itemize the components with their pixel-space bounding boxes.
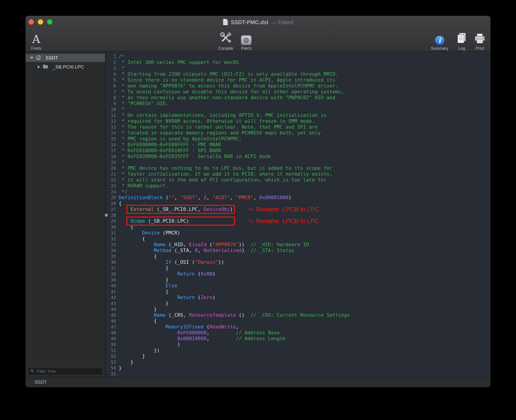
line-number: 55 [106,371,116,377]
code-line[interactable]: 37 { [106,265,490,271]
line-number: 38 [106,271,116,277]
disclosure-closed-icon[interactable] [38,65,40,69]
code-line[interactable]: 31 Device (PMCR) [106,230,490,236]
code-line[interactable]: 26{ [106,201,490,206]
line-number: 49 [106,336,116,342]
minimize-button[interactable] [38,19,43,25]
code-line[interactable]: 32 { [106,236,490,242]
code-line[interactable]: 43 } [106,300,490,306]
close-button[interactable] [29,19,34,25]
code-line[interactable]: 21 * faster initialisation. If we add it… [106,171,490,177]
code-line[interactable]: 12 * required for NVRAM access. Otherwis… [106,118,490,124]
code-line[interactable]: 51 }) [106,347,490,353]
code-line[interactable]: 14 * located in separate memory regions … [106,130,490,136]
status-text: SSDT [35,380,46,385]
line-number: 45 [106,312,116,318]
line-number: 22 [106,177,116,183]
document-title: SSDT-PMC.dsl [231,19,268,26]
window-header: SSDT-PMC.dsl — Edited A Fonts Com [26,16,490,51]
code-line[interactable]: 39 } [106,277,490,283]
line-number: 47 [106,324,116,330]
line-number: 27 [106,206,116,212]
filter-tree-field[interactable] [28,368,103,375]
fonts-button[interactable]: A Fonts [31,28,41,51]
code-line[interactable]: 2 * Intel 300-series PMC support for mac… [106,60,490,65]
code-line[interactable]: 4 * Starting from Z390 chipsets PMC (D31… [106,71,490,77]
code-line[interactable]: 11 * On certain implementations, includi… [106,112,490,118]
line-number: 18 [106,153,116,159]
code-line[interactable]: 5 * Since there is no standard device fo… [106,77,490,83]
code-line[interactable]: 22 * it will start in the end of PCI con… [106,177,490,183]
code-line[interactable]: 18 * 0xFE020000~0xFE035FFF - SerialIo BA… [106,153,490,159]
code-line[interactable]: 47 Memory32Fixed (ReadWrite, [106,324,490,330]
code-line[interactable]: 19 * [106,159,490,165]
code-line[interactable]: 52 } [106,353,490,359]
code-line[interactable]: 20 * PMC device has nothing to do to LPC… [106,165,490,171]
line-number: 41 [106,289,116,294]
rename-annotation: <- Rename LPCB to LPC [249,218,319,225]
tree-item-sb-pci0-lpc[interactable]: _SB.PCI0.LPC [26,63,105,71]
code-line[interactable]: 41 { [106,289,490,294]
code-line[interactable]: 24 */ [106,189,490,195]
code-line[interactable]: 28 [106,212,490,218]
line-number: 39 [106,277,116,283]
code-line[interactable]: 23 * NVRAM support. [106,183,490,189]
line-number: 44 [106,306,116,312]
compile-button[interactable]: Compile [218,28,233,51]
line-number: 11 [106,112,116,118]
code-line[interactable]: 36 If (_OSI ("Darwin")) [106,259,490,265]
code-line[interactable]: 30 { [106,224,490,230]
code-line[interactable]: 3 * [106,65,490,71]
gutter-marker-dot [105,214,108,217]
line-number: 1 [106,53,116,60]
code-line[interactable]: 46 { [106,318,490,324]
line-number: 48 [106,330,116,336]
log-button[interactable]: Log [456,28,467,51]
summary-button[interactable]: i Summary [431,28,448,51]
code-line[interactable]: 25DefinitionBlock ("", "SSDT", 2, "ACDT"… [106,195,490,201]
code-line[interactable]: 7 * To avoid confusion we disable this d… [106,89,490,95]
rename-annotation: <- Rename LPCB to LPC [249,206,319,213]
log-pages-icon [456,32,467,45]
line-number: 6 [106,83,116,89]
line-number: 26 [106,201,116,206]
code-line[interactable]: 45 Name (_CRS, ResourceTemplate () // _C… [106,312,490,318]
code-line[interactable]: 9 * "PCHRESV" UID. [106,101,490,106]
code-line[interactable]: 33 Name (_HID, EisaId ("APP9876")) // _H… [106,242,490,248]
code-line[interactable]: 49 0x00010000, // Address Length [106,336,490,342]
line-number: 16 [106,142,116,148]
tree-item-ssdt[interactable]: SSDT [26,54,105,62]
code-line[interactable]: 1/* [106,53,490,60]
print-button[interactable]: Print [474,28,486,51]
code-area: 1/*2 * Intel 300-series PMC support for … [106,51,490,377]
patch-button[interactable]: ⚙ Patch [241,28,251,51]
code-line[interactable]: 13 * The reason for this is rather uncle… [106,124,490,130]
code-line[interactable]: 10 * [106,106,490,112]
desktop-background: SSDT-PMC.dsl — Edited A Fonts Com [0,0,516,420]
code-line[interactable]: 48 0xFE000000, // Address Base [106,330,490,336]
line-number: 50 [106,342,116,347]
disclosure-open-icon[interactable] [30,57,33,59]
line-number: 29 [106,218,116,224]
source-editor[interactable]: 1/*2 * Intel 300-series PMC support for … [106,51,490,377]
code-line[interactable]: 55 [106,371,490,377]
code-line[interactable]: 16 * 0xFE000000~0xFE00FFFF - PMC MBAR [106,142,490,148]
line-number: 10 [106,106,116,112]
code-line[interactable]: 54} [106,365,490,371]
code-line[interactable]: 38 Return (0x0B) [106,271,490,277]
code-line[interactable]: 8 * as they normally use another non-sta… [106,95,490,101]
code-line[interactable]: 34 Method (_STA, 0, NotSerialized) // _S… [106,248,490,253]
line-number: 24 [106,189,116,195]
code-line[interactable]: 6 * own naming "APP9876" to access this … [106,83,490,89]
filter-tree-input[interactable] [36,369,100,374]
line-number: 34 [106,248,116,253]
code-line[interactable]: 17 * 0xFE010000~0xFE010FFF - SPI BAR0 [106,148,490,153]
code-line[interactable]: 50 ) [106,342,490,347]
zoom-button[interactable] [47,19,53,25]
code-line[interactable]: 40 Else [106,283,490,289]
code-line[interactable]: 15 * PMC region is used by AppleIntelPCH… [106,136,490,142]
code-line[interactable]: 35 { [106,253,490,259]
code-line[interactable]: 44 } [106,306,490,312]
code-line[interactable]: 53 } [106,359,490,365]
code-line[interactable]: 42 Return (Zero) [106,294,490,300]
